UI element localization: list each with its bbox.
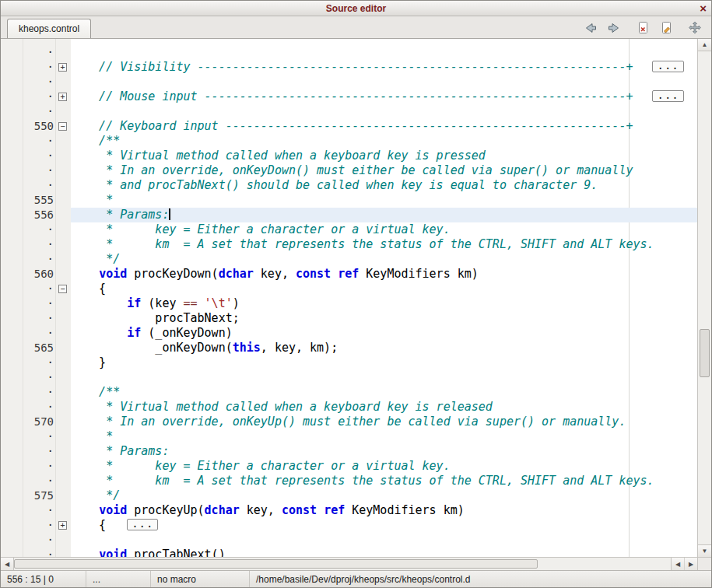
code-line[interactable]: // Keyboard input ----------------------… xyxy=(71,119,697,134)
right-arrow-icon: ▶ xyxy=(689,561,693,568)
code-token: '\t' xyxy=(205,296,233,310)
gutter-row: · xyxy=(1,503,71,518)
code-token: * and procTabNext() should be called whe… xyxy=(71,178,598,192)
macro-state-panel: no macro xyxy=(151,571,250,587)
left-arrow-icon: ◀ xyxy=(5,561,9,568)
code-token: if xyxy=(127,326,141,340)
close-window-button[interactable]: × xyxy=(700,2,707,16)
code-token: == xyxy=(184,296,198,310)
close-document-icon xyxy=(637,21,651,35)
title-bar: Source editor × xyxy=(1,1,711,16)
code-token: KeyModifiers km) xyxy=(359,267,479,281)
vertical-scrollbar-thumb[interactable] xyxy=(700,329,710,377)
tab-kheops-control[interactable]: kheops.control xyxy=(7,19,91,38)
code-line[interactable] xyxy=(71,75,697,89)
code-line[interactable]: * and procTabNext() should be called whe… xyxy=(71,178,697,193)
line-number: 550 xyxy=(34,119,54,134)
code-line[interactable]: // Visibility --------------------------… xyxy=(71,60,697,75)
scroll-down-button[interactable]: ▼ xyxy=(698,544,711,557)
horizontal-scrollbar[interactable]: ◀ ◀ ▶ xyxy=(1,557,711,570)
collapsed-fold-box[interactable]: ... xyxy=(652,61,683,72)
scroll-left-button-2[interactable]: ◀ xyxy=(671,558,684,570)
code-line[interactable]: * xyxy=(71,429,697,444)
fold-expand-icon[interactable]: + xyxy=(58,63,67,72)
code-line[interactable]: * In an override, onKeyUp() must either … xyxy=(71,415,697,429)
gutter-row: · xyxy=(1,533,71,548)
down-arrow-icon: ▼ xyxy=(702,548,708,555)
code-line-current[interactable]: * Params: xyxy=(71,208,697,222)
code-token: } xyxy=(71,355,106,369)
code-token: // Mouse input -------------------------… xyxy=(71,89,633,103)
code-token: ) xyxy=(233,296,240,310)
code-token: key, xyxy=(254,267,296,281)
save-document-button[interactable] xyxy=(660,21,674,35)
code-line[interactable]: * Virtual method called when a keyboard … xyxy=(71,400,697,415)
code-token: procKeyDown( xyxy=(127,267,218,281)
gutter-row: · xyxy=(1,311,71,326)
line-dot: · xyxy=(47,385,54,400)
scroll-right-button[interactable]: ▶ xyxy=(684,558,697,570)
gutter-row: · xyxy=(1,444,71,459)
code-token: void xyxy=(99,503,127,517)
code-line[interactable]: { xyxy=(71,282,697,296)
source-editor-window: Source editor × kheops.control xyxy=(0,0,712,588)
code-line[interactable]: /** xyxy=(71,134,697,149)
code-line[interactable] xyxy=(71,370,697,385)
code-token: dchar xyxy=(219,267,254,281)
split-view-button[interactable] xyxy=(688,21,702,35)
close-document-button[interactable] xyxy=(637,21,651,35)
code-line[interactable]: * Virtual method called when a keyboard … xyxy=(71,149,697,163)
code-line[interactable] xyxy=(71,104,697,119)
code-line[interactable]: _onKeyDown(this, key, km); xyxy=(71,341,697,355)
code-token: * key = Either a character or a virtual … xyxy=(71,222,451,236)
code-line[interactable] xyxy=(71,45,697,60)
code-line[interactable]: * key = Either a character or a virtual … xyxy=(71,222,697,237)
horizontal-scrollbar-thumb[interactable] xyxy=(14,559,538,569)
line-number: 555 xyxy=(34,193,54,208)
fold-collapse-icon[interactable]: − xyxy=(58,285,67,293)
code-line[interactable]: if (_onKeyDown) xyxy=(71,326,697,341)
fold-expand-icon[interactable]: + xyxy=(58,521,67,530)
code-line[interactable]: { ... xyxy=(71,518,697,533)
code-line[interactable] xyxy=(71,533,697,548)
scroll-up-button[interactable]: ▲ xyxy=(698,39,711,51)
code-token: KeyModifiers km) xyxy=(345,503,465,517)
fold-expand-icon[interactable]: + xyxy=(58,93,67,101)
text-caret xyxy=(169,208,170,220)
gutter-row: · xyxy=(1,326,71,341)
gutter-row: · xyxy=(1,429,71,444)
gutter-row: 575 xyxy=(1,488,71,503)
line-dot: · xyxy=(47,533,54,548)
code-line[interactable]: * xyxy=(71,193,697,208)
code-line[interactable]: if (key == '\t') xyxy=(71,296,697,311)
fold-collapse-icon[interactable]: − xyxy=(58,122,67,131)
gutter-row: · xyxy=(1,548,71,557)
code-line[interactable]: */ xyxy=(71,252,697,267)
code-line[interactable]: * km = A set that represents the status … xyxy=(71,474,697,488)
code-line[interactable]: * In an override, onKeyDown() must eithe… xyxy=(71,163,697,178)
code-line[interactable]: * km = A set that represents the status … xyxy=(71,237,697,252)
code-line[interactable]: /** xyxy=(71,385,697,400)
scroll-left-button[interactable]: ◀ xyxy=(1,558,14,570)
code-line[interactable]: // Mouse input -------------------------… xyxy=(71,89,697,104)
back-arrow-icon xyxy=(584,21,598,35)
code-token: { xyxy=(71,518,113,532)
code-line[interactable]: * Params: xyxy=(71,444,697,459)
code-line[interactable]: } xyxy=(71,355,697,370)
collapsed-fold-box[interactable]: ... xyxy=(127,519,158,530)
code-line[interactable]: */ xyxy=(71,488,697,503)
code-line[interactable]: void procKeyDown(dchar key, const ref Ke… xyxy=(71,267,697,282)
go-back-button[interactable] xyxy=(584,21,598,35)
code-line[interactable]: * key = Either a character or a virtual … xyxy=(71,459,697,474)
collapsed-fold-box[interactable]: ... xyxy=(652,90,683,102)
code-editor[interactable]: ··+··+·550−····555556···560·−···565····5… xyxy=(1,39,697,557)
code-line[interactable]: void procKeyUp(dchar key, const ref KeyM… xyxy=(71,503,697,518)
code-line[interactable]: void procTabNext() xyxy=(71,548,697,557)
go-forward-button[interactable] xyxy=(607,21,621,35)
vertical-scrollbar[interactable]: ▲ ▼ xyxy=(697,39,711,557)
split-move-icon xyxy=(688,21,702,35)
gutter-row: · xyxy=(1,163,71,178)
left-arrow-icon: ◀ xyxy=(675,561,680,568)
gutter-row: 555 xyxy=(1,193,71,208)
code-line[interactable]: procTabNext; xyxy=(71,311,697,326)
